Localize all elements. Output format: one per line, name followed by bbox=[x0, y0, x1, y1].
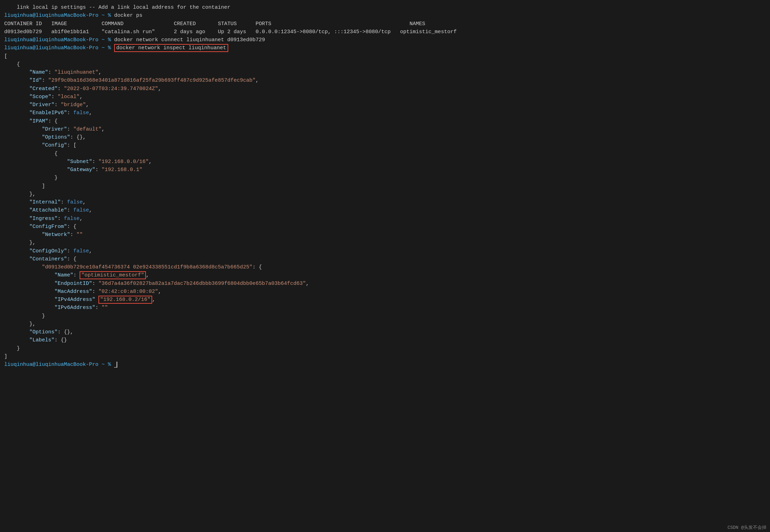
prompt-final: liuqinhua@liuqinhuaMacBook-Pro ~ % bbox=[4, 362, 114, 368]
json-config-open: { bbox=[0, 150, 770, 158]
json-attachable: "Attachable": false, bbox=[0, 206, 770, 214]
json-obj-close: } bbox=[0, 345, 770, 353]
json-gateway: "Gateway": "192.168.0.1" bbox=[0, 166, 770, 174]
line-4: liuqinhua@liuqinhuaMacBook-Pro ~ % docke… bbox=[0, 36, 770, 44]
cell-names: optimistic_mestorf bbox=[400, 29, 457, 35]
col-names: NAMES bbox=[409, 21, 425, 27]
json-internal: "Internal": false, bbox=[0, 198, 770, 206]
json-ipv4address: "IPv4Address" "192.168.0.2/16", bbox=[0, 296, 770, 304]
json-name: "Name": "liuqinhuanet", bbox=[0, 68, 770, 76]
json-labels: "Labels": {} bbox=[0, 336, 770, 344]
json-ipam-config: "Config": [ bbox=[0, 141, 770, 149]
container-name-highlight: "optimistic_mestorf" bbox=[80, 271, 146, 279]
cell-created: 2 days ago bbox=[174, 29, 218, 35]
line-final-prompt: liuqinhua@liuqinhuaMacBook-Pro ~ % ▊ bbox=[0, 361, 770, 369]
json-configonly: "ConfigOnly": false, bbox=[0, 247, 770, 255]
json-configfrom-network: "Network": "" bbox=[0, 231, 770, 239]
json-container-key: "d0913ed0b729ce10af454736374 02e92433855… bbox=[0, 263, 770, 271]
cell-image: ab1f0e1bb1a1 bbox=[51, 29, 102, 35]
json-configfrom: "ConfigFrom": { bbox=[0, 223, 770, 231]
json-macaddress: "MacAddress": "02:42:c0:a8:00:02", bbox=[0, 288, 770, 296]
line-table-data: d0913ed0b729 ab1f0e1bb1a1 "catalina.sh r… bbox=[0, 28, 770, 36]
line-6: [ bbox=[0, 52, 770, 60]
json-ipam: "IPAM": { bbox=[0, 117, 770, 125]
json-endpointid: "EndpointID": "36d7a4a36f02827ba82a1a7da… bbox=[0, 280, 770, 288]
bottom-bar: CSDN @头发不会掉 bbox=[724, 523, 770, 532]
json-ipam-close: }, bbox=[0, 190, 770, 198]
json-ipam-driver: "Driver": "default", bbox=[0, 125, 770, 133]
json-subnet: "Subnet": "192.168.0.0/16", bbox=[0, 158, 770, 166]
json-config-array-close: ] bbox=[0, 182, 770, 190]
ipv4-highlight: "192.168.0.2/16" bbox=[98, 296, 152, 304]
prompt-5: liuqinhua@liuqinhuaMacBook-Pro ~ % bbox=[4, 45, 114, 51]
json-driver: "Driver": "bridge", bbox=[0, 101, 770, 109]
col-container-id: CONTAINER ID bbox=[4, 21, 51, 27]
json-ipam-options: "Options": {}, bbox=[0, 133, 770, 141]
json-created: "Created": "2022-03-07T03:24:39.7470024Z… bbox=[0, 85, 770, 93]
cell-ports: 0.0.0.0:12345->8080/tcp, :::12345->8080/… bbox=[256, 29, 400, 35]
bottom-bar-text: CSDN @头发不会掉 bbox=[727, 525, 767, 530]
line-1: liuqinhua@liuqinhuaMacBook-Pro ~ % docke… bbox=[0, 12, 770, 20]
cell-command: "catalina.sh run" bbox=[102, 29, 174, 35]
json-ipv6address: "IPv6Address": "" bbox=[0, 304, 770, 312]
prompt-4: liuqinhua@liuqinhuaMacBook-Pro ~ % bbox=[4, 37, 114, 43]
json-id: "Id": "29f9c0ba16d368e3401a871d816af25fa… bbox=[0, 76, 770, 84]
json-container-close: } bbox=[0, 312, 770, 320]
cell-status: Up 2 days bbox=[218, 29, 256, 35]
line-0: link local ip settings -- Add a link loc… bbox=[0, 3, 770, 12]
inspect-cmd: docker network inspect liuqinhuanet bbox=[114, 44, 228, 52]
col-status: STATUS bbox=[218, 21, 256, 27]
terminal-window: link local ip settings -- Add a link loc… bbox=[0, 0, 770, 532]
json-configfrom-close: }, bbox=[0, 239, 770, 247]
json-enableipv6: "EnableIPv6": false, bbox=[0, 109, 770, 117]
json-config-close: } bbox=[0, 174, 770, 182]
cursor: ▊ bbox=[114, 362, 117, 368]
cell-container-id: d0913ed0b729 bbox=[4, 29, 51, 35]
line-table-header: CONTAINER ID IMAGE COMMAND CREATED STATU… bbox=[0, 20, 770, 28]
line-7: { bbox=[0, 60, 770, 68]
json-containers-close: }, bbox=[0, 320, 770, 328]
prompt-1: liuqinhua@liuqinhuaMacBook-Pro ~ % bbox=[4, 13, 114, 19]
col-created: CREATED bbox=[174, 21, 218, 27]
json-options: "Options": {}, bbox=[0, 328, 770, 336]
col-ports: PORTS bbox=[256, 21, 409, 27]
col-image: IMAGE bbox=[51, 21, 102, 27]
json-container-name: "Name": "optimistic_mestorf", bbox=[0, 271, 770, 279]
json-array-close: ] bbox=[0, 353, 770, 361]
line-5: liuqinhua@liuqinhuaMacBook-Pro ~ % docke… bbox=[0, 44, 770, 52]
json-ingress: "Ingress": false, bbox=[0, 215, 770, 223]
json-scope: "Scope": "local", bbox=[0, 93, 770, 101]
col-command: COMMAND bbox=[102, 21, 174, 27]
json-containers: "Containers": { bbox=[0, 255, 770, 263]
